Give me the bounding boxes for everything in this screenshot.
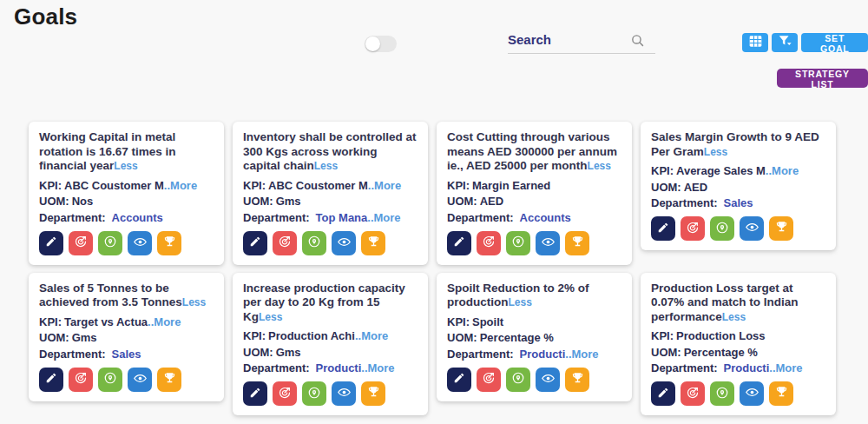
goal-target-button[interactable] — [681, 381, 705, 406]
view-goal-button[interactable] — [740, 216, 764, 241]
view-toggle[interactable] — [365, 36, 397, 52]
less-link[interactable]: Less — [259, 311, 282, 323]
dartboard-icon — [278, 386, 292, 402]
view-goal-button[interactable] — [332, 381, 356, 406]
kpi-value: Margin Earned — [472, 179, 550, 192]
edit-goal-button[interactable] — [651, 216, 675, 241]
kpi-more-link[interactable]: ..More — [368, 179, 401, 192]
view-goal-button[interactable] — [128, 368, 152, 392]
edit-goal-button[interactable] — [39, 231, 63, 255]
search-input[interactable] — [508, 28, 629, 50]
goal-achievement-button[interactable] — [361, 231, 385, 255]
kpi-more-link[interactable]: ..More — [766, 164, 799, 177]
goal-target-button[interactable] — [477, 231, 501, 255]
kpi-label: KPI: — [243, 329, 266, 342]
goal-target-button[interactable] — [273, 231, 297, 255]
dartboard-icon — [74, 235, 88, 251]
goal-location-button[interactable] — [302, 381, 326, 406]
department-label: Department: — [243, 211, 310, 224]
set-goal-button[interactable]: SET GOAL — [801, 33, 868, 52]
department-link[interactable]: Sales — [724, 196, 753, 209]
goal-achievement-button[interactable] — [361, 381, 385, 406]
department-more-link[interactable]: ..More — [769, 361, 802, 374]
strategy-list-button[interactable]: STRATEGY LIST — [777, 69, 868, 88]
department-link[interactable]: Accounts — [520, 211, 571, 224]
kpi-value: Production Achi — [268, 329, 355, 342]
goal-achievement-button[interactable] — [769, 216, 793, 241]
less-link[interactable]: Less — [182, 296, 206, 308]
kpi-line: KPI:Production Loss..More — [651, 330, 825, 341]
dartboard-icon — [686, 386, 700, 402]
department-link[interactable]: Producti — [724, 361, 770, 374]
kpi-more-link[interactable]: ..More — [148, 315, 181, 328]
view-goal-button[interactable] — [740, 381, 764, 406]
goal-location-button[interactable] — [710, 381, 734, 406]
view-goal-button[interactable] — [128, 231, 152, 255]
pencil-icon — [657, 387, 669, 401]
uom-line: UOM:Gms — [243, 195, 418, 207]
goal-card: Production Loss target at 0.07% and matc… — [641, 273, 836, 416]
department-more-link[interactable]: ..More — [361, 361, 394, 374]
goal-location-button[interactable] — [302, 231, 326, 255]
less-link[interactable]: Less — [722, 311, 746, 323]
goal-target-button[interactable] — [69, 231, 93, 255]
goal-target-button[interactable] — [273, 381, 297, 406]
department-link[interactable]: Producti — [316, 361, 362, 374]
kpi-more-link[interactable]: ..More — [355, 329, 388, 342]
location-icon — [511, 371, 525, 388]
uom-label: UOM: — [651, 181, 681, 194]
goal-achievement-button[interactable] — [157, 368, 181, 392]
pencil-icon — [249, 235, 261, 250]
department-link[interactable]: Top Mana — [316, 211, 368, 224]
edit-goal-button[interactable] — [651, 381, 675, 406]
goal-card: Cost Cutting through various means AED 3… — [437, 122, 632, 265]
goal-achievement-button[interactable] — [565, 368, 589, 392]
goal-title: Spoilt Reduction to 2% of productionLess — [447, 282, 621, 310]
view-goal-button[interactable] — [332, 231, 356, 255]
less-link[interactable]: Less — [314, 160, 338, 172]
goal-achievement-button[interactable] — [157, 231, 181, 255]
goal-achievement-button[interactable] — [769, 381, 793, 406]
less-link[interactable]: Less — [509, 296, 532, 308]
goal-title-text: Working Capital in metal rotation is 16.… — [39, 130, 176, 172]
eye-icon — [541, 371, 556, 388]
edit-goal-button[interactable] — [243, 231, 267, 255]
goal-location-button[interactable] — [506, 368, 530, 392]
less-link[interactable]: Less — [704, 146, 727, 158]
eye-icon — [337, 235, 352, 252]
less-link[interactable]: Less — [588, 160, 611, 172]
kpi-line: KPI:Margin Earned..More — [447, 180, 621, 191]
department-link[interactable]: Accounts — [112, 211, 163, 224]
department-more-link[interactable]: ..More — [367, 211, 400, 224]
goal-title: Sales of 5 Tonnes to be achieved from 3.… — [39, 282, 214, 310]
uom-value: Nos — [72, 195, 94, 208]
goal-achievement-button[interactable] — [565, 231, 589, 255]
excel-export-button[interactable] — [742, 33, 768, 52]
location-icon — [307, 235, 321, 251]
pencil-icon — [45, 235, 57, 250]
department-more-link[interactable]: ..More — [565, 348, 598, 361]
goal-target-button[interactable] — [69, 368, 93, 392]
goal-location-button[interactable] — [98, 231, 122, 255]
location-icon — [103, 235, 117, 251]
department-link[interactable]: Producti — [520, 348, 566, 361]
edit-goal-button[interactable] — [39, 368, 63, 392]
view-goal-button[interactable] — [536, 231, 560, 255]
goal-target-button[interactable] — [477, 368, 501, 392]
filter-button[interactable] — [772, 33, 798, 52]
kpi-more-link[interactable]: ..More — [164, 179, 197, 192]
edit-goal-button[interactable] — [447, 231, 471, 255]
kpi-line: KPI:Spoilt..More — [447, 316, 621, 328]
goal-location-button[interactable] — [506, 231, 530, 255]
goal-target-button[interactable] — [681, 216, 705, 241]
uom-label: UOM: — [243, 195, 273, 208]
goal-location-button[interactable] — [98, 368, 122, 392]
less-link[interactable]: Less — [114, 160, 137, 172]
search-icon[interactable] — [630, 33, 645, 51]
department-link[interactable]: Sales — [112, 348, 141, 361]
view-goal-button[interactable] — [536, 368, 560, 392]
kpi-value: Production Loss — [676, 329, 766, 342]
goal-location-button[interactable] — [710, 216, 734, 241]
edit-goal-button[interactable] — [447, 368, 471, 392]
edit-goal-button[interactable] — [243, 381, 267, 406]
